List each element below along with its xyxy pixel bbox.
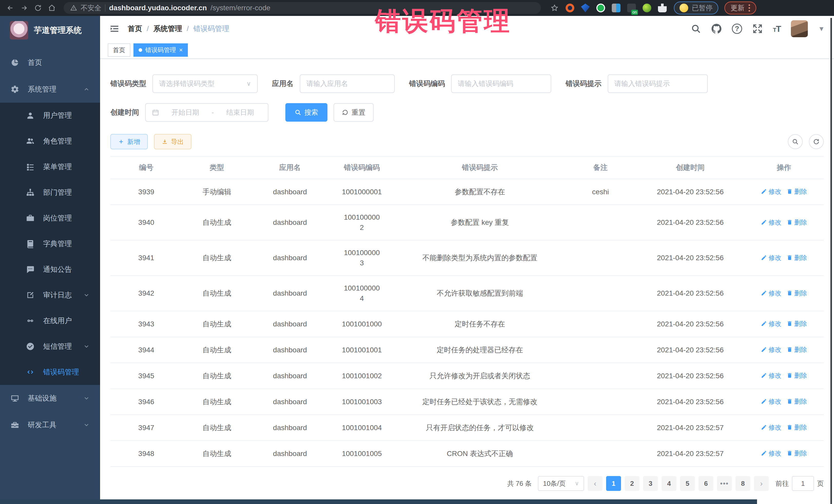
page-button[interactable]: 6 bbox=[699, 476, 714, 491]
fullscreen-icon[interactable] bbox=[752, 24, 763, 34]
breadcrumb: 首页 / 系统管理 / 错误码管理 bbox=[128, 24, 229, 34]
cell-time: 2021-04-20 23:52:56 bbox=[636, 311, 744, 337]
scrollbar[interactable] bbox=[830, 18, 832, 504]
hamburger-icon[interactable] bbox=[109, 24, 119, 34]
sidebar-item-posts[interactable]: 岗位管理 bbox=[0, 205, 100, 231]
page-button[interactable]: 5 bbox=[680, 476, 695, 491]
delete-link[interactable]: 删除 bbox=[787, 253, 807, 263]
profile-paused-pill[interactable]: 已暂停 bbox=[674, 2, 718, 14]
search-icon[interactable] bbox=[691, 24, 701, 34]
goto-page-input[interactable] bbox=[792, 476, 814, 491]
extension-icon[interactable] bbox=[612, 4, 620, 12]
help-icon[interactable]: ? bbox=[732, 24, 742, 34]
page-size-select[interactable]: 10条/页 ∨ bbox=[538, 476, 584, 491]
sidebar-item-online-users[interactable]: 在线用户 bbox=[0, 308, 100, 334]
sidebar-item-dict[interactable]: 字典管理 bbox=[0, 231, 100, 257]
delete-link[interactable]: 删除 bbox=[787, 217, 807, 227]
prev-page-button[interactable]: ‹ bbox=[588, 476, 602, 491]
sidebar-item-dev-tools[interactable]: 研发工具 bbox=[0, 412, 100, 438]
edit-link[interactable]: 修改 bbox=[761, 319, 782, 329]
page-content: 错误码类型 请选择错误码类型 ∨ 应用名 错误码编码 bbox=[100, 59, 834, 499]
delete-link[interactable]: 删除 bbox=[787, 319, 807, 329]
breadcrumb-system[interactable]: 系统管理 bbox=[153, 24, 182, 34]
delete-link[interactable]: 删除 bbox=[787, 448, 807, 458]
avatar[interactable] bbox=[791, 20, 808, 37]
page-button[interactable]: 4 bbox=[662, 476, 676, 491]
page-button[interactable]: 8 bbox=[736, 476, 750, 491]
page-ellipsis[interactable]: ••• bbox=[717, 476, 732, 491]
sidebar-item-label: 错误码管理 bbox=[43, 367, 79, 377]
page-button[interactable]: 1 bbox=[606, 476, 621, 491]
sidebar-item-menus[interactable]: 菜单管理 bbox=[0, 154, 100, 180]
home-icon[interactable] bbox=[46, 2, 58, 14]
sidebar-item-depts[interactable]: 部门管理 bbox=[0, 180, 100, 205]
filter-label: 应用名 bbox=[272, 79, 293, 89]
reset-button[interactable]: 重置 bbox=[334, 103, 374, 122]
edit-link[interactable]: 修改 bbox=[761, 253, 782, 263]
edit-link[interactable]: 修改 bbox=[761, 288, 782, 298]
breadcrumb-home[interactable]: 首页 bbox=[128, 24, 142, 34]
next-page-button[interactable]: › bbox=[754, 476, 769, 491]
sidebar-item-sms[interactable]: 短信管理 bbox=[0, 334, 100, 359]
sidebar-item-label: 在线用户 bbox=[43, 316, 72, 326]
delete-link[interactable]: 删除 bbox=[787, 396, 807, 407]
search-button[interactable]: 搜索 bbox=[285, 103, 327, 122]
sidebar-item-notice[interactable]: 通知公告 bbox=[0, 257, 100, 282]
date-range-picker[interactable]: 开始日期 - 结束日期 bbox=[145, 103, 268, 122]
extension-icon[interactable] bbox=[581, 4, 590, 12]
toolbox-icon bbox=[10, 420, 20, 430]
reload-icon[interactable] bbox=[32, 2, 44, 14]
chrome-update-button[interactable]: 更新 bbox=[724, 2, 756, 14]
font-size-icon[interactable]: TT bbox=[773, 24, 781, 34]
delete-link[interactable]: 删除 bbox=[787, 288, 807, 298]
edit-link[interactable]: 修改 bbox=[761, 448, 782, 458]
app-name-input[interactable] bbox=[306, 80, 388, 88]
sidebar-item-users[interactable]: 用户管理 bbox=[0, 103, 100, 128]
caret-down-icon[interactable]: ▼ bbox=[818, 25, 825, 33]
extension-icon[interactable] bbox=[596, 4, 605, 12]
sidebar-item-error-code[interactable]: 错误码管理 bbox=[0, 359, 100, 385]
error-code-input[interactable] bbox=[458, 80, 545, 88]
error-msg-input[interactable] bbox=[614, 80, 701, 88]
cell-actions: 修改删除 bbox=[744, 363, 824, 389]
col-code: 错误码编码 bbox=[328, 156, 395, 179]
sidebar-item-home[interactable]: 首页 bbox=[0, 49, 100, 76]
edit-link[interactable]: 修改 bbox=[761, 422, 782, 432]
toggle-search-button[interactable] bbox=[788, 134, 803, 149]
browser-menu-icon[interactable] bbox=[749, 4, 750, 12]
github-icon[interactable] bbox=[711, 24, 722, 34]
back-icon[interactable] bbox=[5, 2, 16, 14]
sidebar-item-roles[interactable]: 角色管理 bbox=[0, 128, 100, 154]
edit-link[interactable]: 修改 bbox=[761, 370, 782, 380]
edit-link[interactable]: 修改 bbox=[761, 186, 782, 197]
edit-link[interactable]: 修改 bbox=[761, 217, 782, 227]
sidebar-item-label: 通知公告 bbox=[43, 265, 72, 274]
delete-link[interactable]: 删除 bbox=[787, 422, 807, 432]
cell-actions: 修改删除 bbox=[744, 205, 824, 240]
cell-id: 3943 bbox=[110, 311, 182, 337]
tag-error-code[interactable]: 错误码管理 × bbox=[133, 43, 188, 57]
delete-link[interactable]: 删除 bbox=[787, 344, 807, 355]
extension-icon[interactable] bbox=[658, 4, 667, 12]
bookmark-star-icon[interactable] bbox=[550, 4, 559, 12]
forward-icon[interactable] bbox=[19, 2, 30, 14]
extension-icon[interactable] bbox=[627, 4, 636, 12]
export-button[interactable]: 导出 bbox=[154, 134, 192, 149]
sidebar-item-infra[interactable]: 基础设施 bbox=[0, 385, 100, 412]
add-button[interactable]: 新增 bbox=[110, 134, 148, 149]
search-button-label: 搜索 bbox=[304, 108, 318, 117]
page-button[interactable]: 3 bbox=[643, 476, 658, 491]
delete-link[interactable]: 删除 bbox=[787, 186, 807, 197]
edit-link[interactable]: 修改 bbox=[761, 396, 782, 407]
close-icon[interactable]: × bbox=[179, 46, 183, 53]
error-type-select[interactable]: 请选择错误码类型 ∨ bbox=[152, 74, 258, 93]
delete-link[interactable]: 删除 bbox=[787, 370, 807, 380]
tag-home[interactable]: 首页 bbox=[108, 43, 130, 57]
refresh-button[interactable] bbox=[809, 134, 824, 149]
sidebar-item-system[interactable]: 系统管理 bbox=[0, 76, 100, 103]
extension-icon[interactable] bbox=[566, 4, 574, 12]
edit-link[interactable]: 修改 bbox=[761, 344, 782, 355]
sidebar-item-audit-log[interactable]: 审计日志 bbox=[0, 282, 100, 308]
extension-icon[interactable] bbox=[642, 4, 651, 12]
page-button[interactable]: 2 bbox=[624, 476, 639, 491]
